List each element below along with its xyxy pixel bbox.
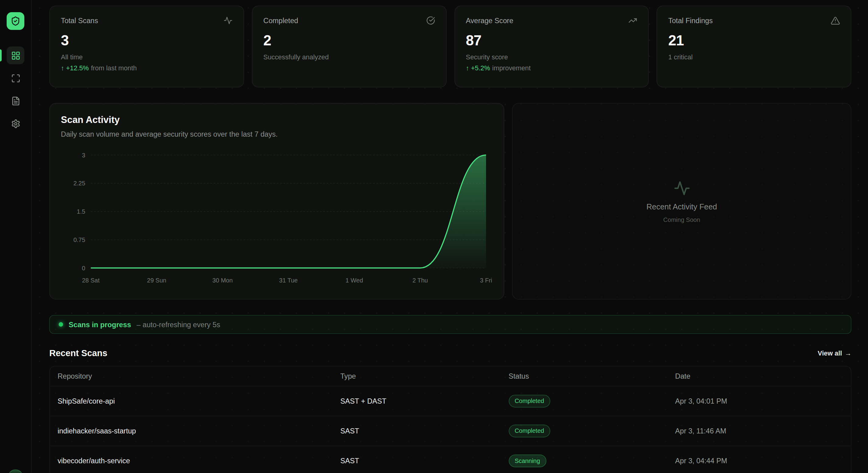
sidebar-item-expand[interactable] xyxy=(7,69,24,87)
scan-activity-card: Scan Activity Daily scan volume and aver… xyxy=(49,103,504,299)
stat-value: 3 xyxy=(61,32,232,49)
status-badge: Completed xyxy=(508,395,550,408)
cell-date: Apr 3, 04:44 PM xyxy=(668,446,851,473)
stat-label: Average Score xyxy=(466,17,514,25)
svg-text:1.5: 1.5 xyxy=(77,208,85,215)
chart-title: Scan Activity xyxy=(61,115,493,126)
column-header-repository: Repository xyxy=(50,367,333,386)
svg-text:3: 3 xyxy=(82,152,85,159)
svg-text:1 Wed: 1 Wed xyxy=(345,277,363,284)
svg-text:3 Fri: 3 Fri xyxy=(480,277,492,284)
svg-text:0.75: 0.75 xyxy=(73,236,85,243)
cell-type: SAST xyxy=(333,416,501,446)
alert-triangle-icon xyxy=(831,16,840,25)
banner-status-text: Scans in progress xyxy=(69,320,131,328)
app-logo[interactable] xyxy=(7,12,24,30)
stat-sub: Successfully analyzed xyxy=(263,53,435,61)
svg-text:0: 0 xyxy=(82,265,85,272)
cell-repository: ShipSafe/core-api xyxy=(50,386,333,416)
svg-text:2.25: 2.25 xyxy=(73,180,85,187)
svg-text:31 Tue: 31 Tue xyxy=(279,277,298,284)
cell-type: SAST xyxy=(333,446,501,473)
column-header-status: Status xyxy=(501,367,667,386)
activity-feed-title: Recent Activity Feed xyxy=(646,202,717,211)
up-arrow-icon: ↑ xyxy=(61,64,64,72)
cell-repository: indiehacker/saas-startup xyxy=(50,416,333,446)
stat-sub: 1 critical xyxy=(668,53,840,61)
svg-text:28 Sat: 28 Sat xyxy=(82,277,99,284)
activity-icon xyxy=(223,16,232,25)
activity-feed-subtitle: Coming Soon xyxy=(663,216,700,223)
sidebar-item-reports[interactable] xyxy=(7,92,24,109)
table-header-row: Repository Type Status Date xyxy=(50,367,851,386)
scans-progress-banner: Scans in progress – auto-refreshing ever… xyxy=(49,315,851,334)
cell-date: Apr 3, 11:46 AM xyxy=(668,416,851,446)
svg-text:2 Thu: 2 Thu xyxy=(412,277,428,284)
stat-card-total-findings: Total Findings 21 1 critical xyxy=(657,5,851,87)
cell-status: Completed xyxy=(501,416,667,446)
check-circle-icon xyxy=(426,16,435,25)
stat-trend: ↑ +5.2%improvement xyxy=(466,64,637,72)
up-arrow-icon: ↑ xyxy=(466,64,469,72)
stat-label: Completed xyxy=(263,17,298,25)
scan-activity-chart: 00.751.52.25328 Sat29 Sun30 Mon31 Tue1 W… xyxy=(61,145,493,288)
arrow-right-icon: → xyxy=(845,349,851,357)
table-row[interactable]: indiehacker/saas-startup SAST Completed … xyxy=(50,416,851,446)
cell-type: SAST + DAST xyxy=(333,386,501,416)
maximize-icon xyxy=(11,73,20,83)
cell-date: Apr 3, 04:01 PM xyxy=(668,386,851,416)
stat-card-total-scans: Total Scans 3 All time ↑ +12.5%from last… xyxy=(49,5,244,87)
sidebar-item-dashboard[interactable] xyxy=(7,46,24,64)
dashboard-main: Total Scans 3 All time ↑ +12.5%from last… xyxy=(32,0,868,473)
cell-status: Scanning xyxy=(501,446,667,473)
activity-icon xyxy=(674,180,690,196)
sidebar-nav xyxy=(7,46,24,132)
recent-activity-card: Recent Activity Feed Coming Soon xyxy=(512,103,851,299)
table-row[interactable]: vibecoder/auth-service SAST Scanning Apr… xyxy=(50,446,851,473)
stat-sub: Security score xyxy=(466,53,637,61)
stat-label: Total Scans xyxy=(61,17,98,25)
user-avatar[interactable] xyxy=(8,469,23,473)
stat-value: 21 xyxy=(668,32,840,49)
status-badge: Scanning xyxy=(508,454,546,467)
recent-scans-table: Repository Type Status Date ShipSafe/cor… xyxy=(49,366,851,473)
view-all-link[interactable]: View all → xyxy=(818,349,851,357)
stat-card-completed: Completed 2 Successfully analyzed xyxy=(252,5,446,87)
chart-subtitle: Daily scan volume and average security s… xyxy=(61,130,493,138)
file-text-icon xyxy=(11,96,20,106)
recent-scans-header: Recent Scans View all → xyxy=(49,348,851,358)
stat-card-average-score: Average Score 87 Security score ↑ +5.2%i… xyxy=(454,5,649,87)
stat-value: 2 xyxy=(263,32,435,49)
stat-value: 87 xyxy=(466,32,637,49)
stats-row: Total Scans 3 All time ↑ +12.5%from last… xyxy=(49,5,851,87)
svg-text:30 Mon: 30 Mon xyxy=(212,277,233,284)
stat-label: Total Findings xyxy=(668,17,713,25)
column-header-type: Type xyxy=(333,367,501,386)
grid-icon xyxy=(11,51,20,60)
charts-row: Scan Activity Daily scan volume and aver… xyxy=(49,103,851,299)
status-dot xyxy=(59,322,63,327)
sidebar xyxy=(0,0,32,473)
banner-detail-text: – auto-refreshing every 5s xyxy=(137,320,220,328)
recent-scans-title: Recent Scans xyxy=(49,348,107,358)
table-row[interactable]: ShipSafe/core-api SAST + DAST Completed … xyxy=(50,386,851,416)
trending-up-icon xyxy=(628,16,637,25)
gear-icon xyxy=(11,119,20,128)
stat-trend: ↑ +12.5%from last month xyxy=(61,64,232,72)
column-header-date: Date xyxy=(668,367,851,386)
status-badge: Completed xyxy=(508,424,550,437)
stat-sub: All time xyxy=(61,53,232,61)
svg-text:29 Sun: 29 Sun xyxy=(147,277,166,284)
shield-check-icon xyxy=(11,16,21,26)
cell-repository: vibecoder/auth-service xyxy=(50,446,333,473)
cell-status: Completed xyxy=(501,386,667,416)
sidebar-item-settings[interactable] xyxy=(7,115,24,132)
